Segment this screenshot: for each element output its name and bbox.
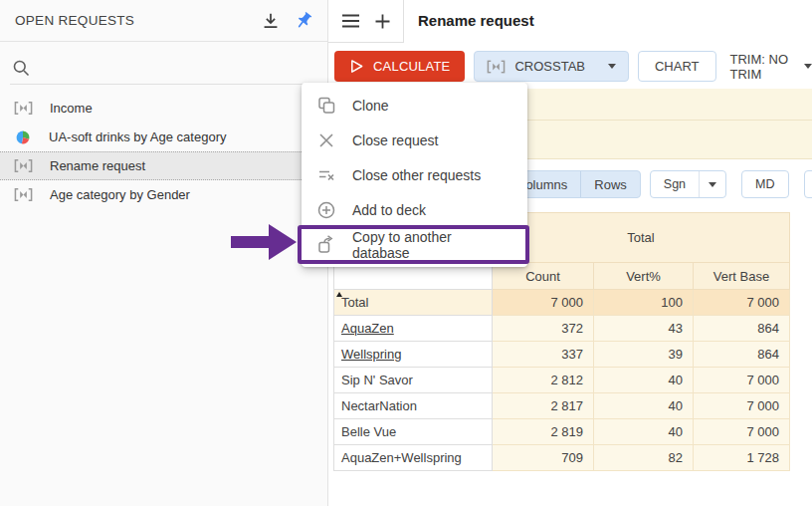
column-header-vert-pct[interactable]: Vert% bbox=[594, 263, 694, 290]
vert-pct-cell: 100 bbox=[594, 290, 694, 316]
table-row: AquaZen+Wellspring 709 82 1 728 bbox=[334, 445, 790, 471]
vert-pct-cell: 43 bbox=[594, 316, 694, 342]
table-row: AquaZen 372 43 864 bbox=[334, 316, 790, 342]
md-button[interactable]: MD bbox=[741, 170, 788, 198]
play-icon bbox=[349, 59, 364, 74]
crosstab-button[interactable]: CROSSTAB bbox=[474, 51, 629, 82]
view-controls: Columns Rows Sgn MD TOP bbox=[503, 170, 812, 198]
count-cell: 7 000 bbox=[493, 290, 594, 316]
open-requests-list: Income UA-soft drinks by Age category Re… bbox=[0, 94, 327, 209]
row-label-cell[interactable]: NectarNation bbox=[334, 393, 493, 419]
menu-item-close[interactable]: Close request bbox=[302, 123, 527, 157]
table-row: Belle Vue 2 819 40 7 000 bbox=[334, 419, 790, 445]
count-cell: 709 bbox=[493, 445, 594, 471]
row-label-cell[interactable]: Belle Vue bbox=[334, 419, 493, 445]
crosstab-icon bbox=[487, 60, 506, 74]
trim-dropdown[interactable]: TRIM: NO TRIM bbox=[730, 51, 812, 82]
open-requests-title: OPEN REQUESTS bbox=[15, 13, 250, 28]
vert-pct-cell: 40 bbox=[594, 368, 694, 393]
table-row: Sip N' Savor 2 812 40 7 000 bbox=[334, 368, 790, 393]
table-row: Wellspring 337 39 864 bbox=[334, 342, 790, 368]
crosstab-icon bbox=[14, 187, 33, 202]
chart-button[interactable]: CHART bbox=[638, 51, 716, 82]
row-label-cell[interactable]: AquaZen bbox=[334, 316, 493, 342]
top-button[interactable]: TOP bbox=[804, 170, 812, 198]
vert-pct-cell: 82 bbox=[594, 445, 694, 471]
sort-indicator-icon bbox=[336, 292, 342, 297]
close-icon bbox=[316, 130, 336, 150]
column-header-vert-base[interactable]: Vert Base bbox=[694, 263, 790, 290]
vert-base-cell: 1 728 bbox=[694, 445, 790, 471]
row-label-cell[interactable]: Wellspring bbox=[334, 342, 493, 368]
menu-icon[interactable] bbox=[341, 13, 360, 29]
request-tabstrip bbox=[328, 0, 404, 43]
column-group-header: Total bbox=[493, 213, 790, 263]
vert-base-cell: 7 000 bbox=[694, 368, 790, 393]
vert-base-cell: 864 bbox=[694, 342, 790, 368]
main-toolbar: CALCULATE CROSSTAB CHART TRIM: NO TRIM bbox=[334, 51, 812, 82]
sidebar-item[interactable]: Rename request bbox=[0, 151, 327, 180]
add-circle-icon bbox=[316, 200, 336, 220]
app-window: OPEN REQUESTS Income UA-soft drinks b bbox=[0, 0, 812, 506]
pin-icon[interactable] bbox=[292, 9, 315, 33]
pie-icon bbox=[15, 129, 31, 145]
search-icon bbox=[12, 59, 31, 78]
vert-base-cell: 7 000 bbox=[694, 419, 790, 445]
chevron-down-icon bbox=[608, 64, 616, 69]
menu-item-add-circle[interactable]: Add to deck bbox=[302, 192, 527, 227]
search-input[interactable] bbox=[39, 60, 315, 77]
plus-icon[interactable] bbox=[374, 13, 391, 30]
count-cell: 2 817 bbox=[493, 393, 594, 419]
crosstab-body: Total 7 000 100 7 000 AquaZen 372 43 864… bbox=[334, 290, 790, 471]
vert-base-cell: 7 000 bbox=[694, 393, 790, 419]
context-menu: Clone Close request Close other requests… bbox=[302, 83, 527, 267]
calculate-button[interactable]: CALCULATE bbox=[334, 51, 465, 82]
chevron-down-icon bbox=[804, 64, 812, 69]
menu-item-clone[interactable]: Clone bbox=[302, 88, 527, 123]
vert-base-cell: 864 bbox=[694, 316, 790, 342]
row-label-cell[interactable]: Sip N' Savor bbox=[334, 368, 493, 393]
sidebar-item[interactable]: UA-soft drinks by Age category bbox=[0, 123, 327, 151]
page-title: Rename request bbox=[418, 12, 534, 29]
open-requests-header: OPEN REQUESTS bbox=[0, 0, 327, 42]
vert-pct-cell: 40 bbox=[594, 393, 694, 419]
row-label-cell[interactable]: Total bbox=[334, 290, 493, 316]
row-label-cell[interactable]: AquaZen+Wellspring bbox=[334, 445, 493, 471]
count-cell: 372 bbox=[493, 316, 594, 342]
count-cell: 2 819 bbox=[493, 419, 594, 445]
table-row: Total 7 000 100 7 000 bbox=[334, 290, 790, 316]
crosstab-icon bbox=[14, 158, 33, 173]
open-requests-panel: OPEN REQUESTS Income UA-soft drinks b bbox=[0, 0, 328, 506]
menu-item-copy-db[interactable]: Copy to another database bbox=[302, 227, 527, 262]
close-list-icon bbox=[316, 165, 336, 185]
rows-button[interactable]: Rows bbox=[580, 171, 640, 197]
download-icon[interactable] bbox=[259, 9, 283, 33]
vert-pct-cell: 39 bbox=[594, 342, 694, 368]
count-cell: 337 bbox=[493, 342, 594, 368]
sgn-button[interactable]: Sgn bbox=[650, 170, 726, 198]
vert-base-cell: 7 000 bbox=[694, 290, 790, 316]
request-search bbox=[10, 53, 317, 85]
menu-item-close-list[interactable]: Close other requests bbox=[302, 157, 527, 192]
count-cell: 2 812 bbox=[493, 368, 594, 393]
chevron-down-icon[interactable] bbox=[699, 171, 725, 197]
vert-pct-cell: 40 bbox=[594, 419, 694, 445]
table-row: NectarNation 2 817 40 7 000 bbox=[334, 393, 790, 419]
clone-icon bbox=[316, 96, 336, 116]
crosstab-icon bbox=[14, 101, 33, 116]
sidebar-item[interactable]: Age category by Gender bbox=[0, 180, 327, 209]
copy-db-icon bbox=[316, 235, 336, 255]
sidebar-item[interactable]: Income bbox=[0, 94, 327, 123]
